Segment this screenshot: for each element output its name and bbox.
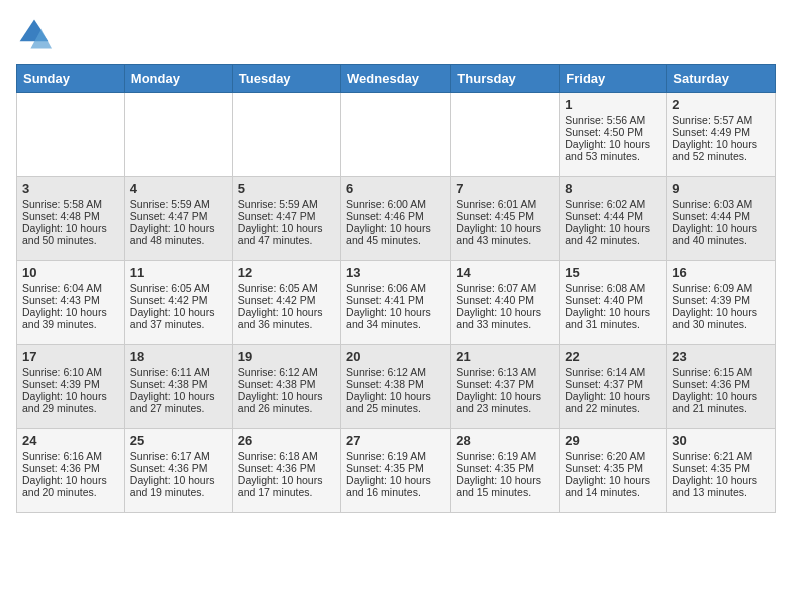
calendar-table: SundayMondayTuesdayWednesdayThursdayFrid…	[16, 64, 776, 513]
day-info: Sunset: 4:39 PM	[672, 294, 770, 306]
header-day: Thursday	[451, 65, 560, 93]
day-number: 30	[672, 433, 770, 448]
day-number: 10	[22, 265, 119, 280]
day-number: 23	[672, 349, 770, 364]
day-info: Sunset: 4:36 PM	[238, 462, 335, 474]
calendar-cell: 15Sunrise: 6:08 AMSunset: 4:40 PMDayligh…	[560, 261, 667, 345]
day-info: Sunrise: 5:58 AM	[22, 198, 119, 210]
day-number: 21	[456, 349, 554, 364]
calendar-cell: 12Sunrise: 6:05 AMSunset: 4:42 PMDayligh…	[232, 261, 340, 345]
calendar-cell: 24Sunrise: 6:16 AMSunset: 4:36 PMDayligh…	[17, 429, 125, 513]
day-info: Daylight: 10 hours and 33 minutes.	[456, 306, 554, 330]
day-number: 20	[346, 349, 445, 364]
day-info: Daylight: 10 hours and 30 minutes.	[672, 306, 770, 330]
calendar-cell: 2Sunrise: 5:57 AMSunset: 4:49 PMDaylight…	[667, 93, 776, 177]
day-info: Daylight: 10 hours and 45 minutes.	[346, 222, 445, 246]
calendar-week-row: 10Sunrise: 6:04 AMSunset: 4:43 PMDayligh…	[17, 261, 776, 345]
day-info: Sunset: 4:38 PM	[130, 378, 227, 390]
calendar-cell: 21Sunrise: 6:13 AMSunset: 4:37 PMDayligh…	[451, 345, 560, 429]
day-info: Sunset: 4:35 PM	[672, 462, 770, 474]
day-info: Sunrise: 6:15 AM	[672, 366, 770, 378]
day-number: 16	[672, 265, 770, 280]
header-day: Tuesday	[232, 65, 340, 93]
day-info: Sunset: 4:45 PM	[456, 210, 554, 222]
day-info: Sunrise: 6:02 AM	[565, 198, 661, 210]
calendar-cell: 19Sunrise: 6:12 AMSunset: 4:38 PMDayligh…	[232, 345, 340, 429]
day-info: Sunrise: 6:08 AM	[565, 282, 661, 294]
calendar-body: 1Sunrise: 5:56 AMSunset: 4:50 PMDaylight…	[17, 93, 776, 513]
calendar-cell: 4Sunrise: 5:59 AMSunset: 4:47 PMDaylight…	[124, 177, 232, 261]
calendar-cell: 22Sunrise: 6:14 AMSunset: 4:37 PMDayligh…	[560, 345, 667, 429]
calendar-cell: 18Sunrise: 6:11 AMSunset: 4:38 PMDayligh…	[124, 345, 232, 429]
day-info: Daylight: 10 hours and 23 minutes.	[456, 390, 554, 414]
day-info: Sunset: 4:38 PM	[238, 378, 335, 390]
day-info: Daylight: 10 hours and 27 minutes.	[130, 390, 227, 414]
day-info: Daylight: 10 hours and 17 minutes.	[238, 474, 335, 498]
header-day: Saturday	[667, 65, 776, 93]
day-number: 26	[238, 433, 335, 448]
day-info: Sunset: 4:43 PM	[22, 294, 119, 306]
day-info: Daylight: 10 hours and 43 minutes.	[456, 222, 554, 246]
day-info: Sunset: 4:37 PM	[565, 378, 661, 390]
day-info: Sunset: 4:38 PM	[346, 378, 445, 390]
day-info: Sunrise: 6:00 AM	[346, 198, 445, 210]
day-info: Daylight: 10 hours and 14 minutes.	[565, 474, 661, 498]
day-info: Sunset: 4:35 PM	[565, 462, 661, 474]
day-number: 12	[238, 265, 335, 280]
day-number: 6	[346, 181, 445, 196]
calendar-cell: 6Sunrise: 6:00 AMSunset: 4:46 PMDaylight…	[341, 177, 451, 261]
day-info: Sunrise: 6:19 AM	[456, 450, 554, 462]
day-info: Daylight: 10 hours and 48 minutes.	[130, 222, 227, 246]
day-info: Sunset: 4:44 PM	[672, 210, 770, 222]
day-number: 3	[22, 181, 119, 196]
day-info: Sunrise: 5:56 AM	[565, 114, 661, 126]
day-info: Sunrise: 6:06 AM	[346, 282, 445, 294]
day-info: Sunset: 4:46 PM	[346, 210, 445, 222]
day-number: 8	[565, 181, 661, 196]
calendar-cell: 26Sunrise: 6:18 AMSunset: 4:36 PMDayligh…	[232, 429, 340, 513]
day-info: Daylight: 10 hours and 15 minutes.	[456, 474, 554, 498]
calendar-cell: 3Sunrise: 5:58 AMSunset: 4:48 PMDaylight…	[17, 177, 125, 261]
day-number: 1	[565, 97, 661, 112]
day-info: Daylight: 10 hours and 16 minutes.	[346, 474, 445, 498]
day-info: Sunrise: 6:21 AM	[672, 450, 770, 462]
calendar-week-row: 17Sunrise: 6:10 AMSunset: 4:39 PMDayligh…	[17, 345, 776, 429]
day-number: 22	[565, 349, 661, 364]
day-info: Sunrise: 6:19 AM	[346, 450, 445, 462]
day-info: Daylight: 10 hours and 19 minutes.	[130, 474, 227, 498]
calendar-cell: 20Sunrise: 6:12 AMSunset: 4:38 PMDayligh…	[341, 345, 451, 429]
day-info: Daylight: 10 hours and 37 minutes.	[130, 306, 227, 330]
calendar-cell: 25Sunrise: 6:17 AMSunset: 4:36 PMDayligh…	[124, 429, 232, 513]
day-info: Sunrise: 6:05 AM	[130, 282, 227, 294]
calendar-cell: 28Sunrise: 6:19 AMSunset: 4:35 PMDayligh…	[451, 429, 560, 513]
calendar-cell: 29Sunrise: 6:20 AMSunset: 4:35 PMDayligh…	[560, 429, 667, 513]
calendar-week-row: 1Sunrise: 5:56 AMSunset: 4:50 PMDaylight…	[17, 93, 776, 177]
day-info: Sunrise: 6:12 AM	[238, 366, 335, 378]
day-info: Sunrise: 6:09 AM	[672, 282, 770, 294]
day-info: Sunrise: 6:10 AM	[22, 366, 119, 378]
logo	[16, 16, 56, 52]
day-info: Daylight: 10 hours and 39 minutes.	[22, 306, 119, 330]
calendar-cell: 11Sunrise: 6:05 AMSunset: 4:42 PMDayligh…	[124, 261, 232, 345]
day-info: Daylight: 10 hours and 42 minutes.	[565, 222, 661, 246]
page-header	[16, 16, 776, 52]
day-info: Daylight: 10 hours and 53 minutes.	[565, 138, 661, 162]
day-info: Daylight: 10 hours and 52 minutes.	[672, 138, 770, 162]
day-number: 18	[130, 349, 227, 364]
day-info: Sunset: 4:44 PM	[565, 210, 661, 222]
day-number: 5	[238, 181, 335, 196]
day-info: Sunset: 4:35 PM	[456, 462, 554, 474]
calendar-cell: 14Sunrise: 6:07 AMSunset: 4:40 PMDayligh…	[451, 261, 560, 345]
day-info: Daylight: 10 hours and 47 minutes.	[238, 222, 335, 246]
day-info: Sunrise: 5:59 AM	[130, 198, 227, 210]
day-info: Daylight: 10 hours and 13 minutes.	[672, 474, 770, 498]
day-info: Daylight: 10 hours and 29 minutes.	[22, 390, 119, 414]
header-day: Sunday	[17, 65, 125, 93]
day-info: Daylight: 10 hours and 22 minutes.	[565, 390, 661, 414]
day-info: Sunrise: 6:07 AM	[456, 282, 554, 294]
day-info: Sunrise: 6:11 AM	[130, 366, 227, 378]
day-number: 25	[130, 433, 227, 448]
day-info: Sunset: 4:41 PM	[346, 294, 445, 306]
day-number: 7	[456, 181, 554, 196]
day-info: Sunset: 4:36 PM	[672, 378, 770, 390]
